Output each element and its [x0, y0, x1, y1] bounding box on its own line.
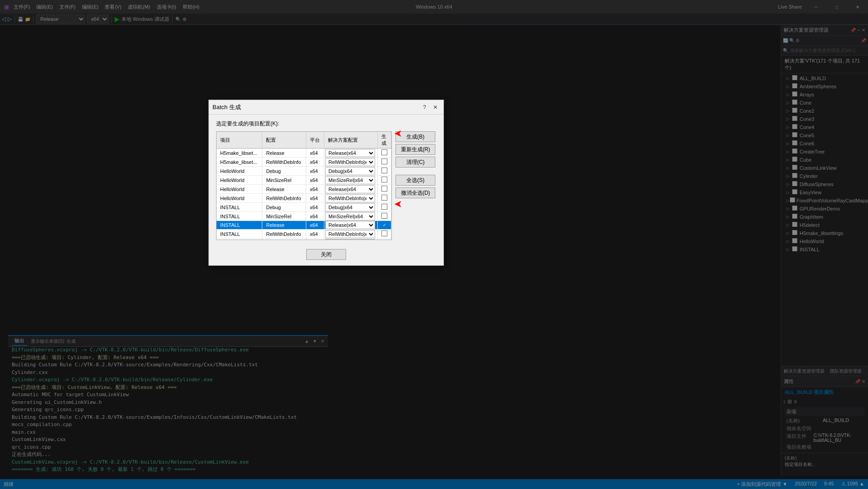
- dialog-subtitle: 选定要生成的项目配置(K):: [216, 120, 436, 128]
- cell-checkbox[interactable]: [378, 149, 391, 158]
- cell-platform: x64: [306, 176, 324, 185]
- build-checkbox[interactable]: [381, 168, 387, 173]
- table-row[interactable]: INSTALL RelWithDebInfo x64 RelWithDebInf…: [217, 230, 391, 239]
- build-checkbox[interactable]: [381, 195, 387, 201]
- cell-config: Release: [262, 221, 306, 230]
- table-row[interactable]: HelloWorld Debug x64 Debug|x64: [217, 167, 391, 176]
- cell-solution[interactable]: Debug|x64: [324, 203, 377, 212]
- cell-checkbox[interactable]: [378, 194, 391, 203]
- cell-config: MinSizeRel: [262, 212, 306, 221]
- cell-project: HelloWorld: [217, 194, 262, 203]
- cell-project: INSTALL: [217, 203, 262, 212]
- col-build: 生成: [378, 132, 391, 149]
- solution-config-select[interactable]: Debug|x64: [325, 239, 375, 240]
- cell-config: Debug: [262, 203, 306, 212]
- solution-config-select[interactable]: Debug|x64: [325, 203, 375, 211]
- cell-platform: x64: [306, 203, 324, 212]
- cell-solution[interactable]: Release|x64: [324, 185, 377, 194]
- cell-solution[interactable]: Debug|x64: [324, 167, 377, 176]
- solution-config-select[interactable]: RelWithDebInfo|x64: [325, 158, 375, 166]
- table-row[interactable]: HelloWorld MinSizeRel x64 MinSizeRel|x64: [217, 176, 391, 185]
- build-checkbox[interactable]: [381, 240, 387, 240]
- solution-config-select[interactable]: Debug|x64: [325, 167, 375, 175]
- cell-platform: x64: [306, 212, 324, 221]
- build-checkbox[interactable]: [381, 204, 387, 210]
- cell-config: Release: [262, 149, 306, 158]
- select-all-button[interactable]: 全选(S): [395, 175, 435, 186]
- cell-checkbox[interactable]: [378, 176, 391, 185]
- table-row[interactable]: LabeledMesh Debug x64 Debug|x64: [217, 239, 391, 240]
- table-row[interactable]: INSTALL MinSizeRel x64 MinSizeRel|x64: [217, 212, 391, 221]
- solution-config-select[interactable]: Release|x64: [325, 149, 375, 157]
- cell-checkbox[interactable]: [378, 203, 391, 212]
- cell-project: HelloWorld: [217, 185, 262, 194]
- cell-project: INSTALL: [217, 221, 262, 230]
- build-checkbox[interactable]: [381, 149, 387, 155]
- cell-solution[interactable]: RelWithDebInfo|x64: [324, 194, 377, 203]
- cell-project: HelloWorld: [217, 176, 262, 185]
- col-platform: 平台: [306, 132, 324, 149]
- table-row[interactable]: INSTALL Debug x64 Debug|x64: [217, 203, 391, 212]
- cell-config: Debug: [262, 167, 306, 176]
- cell-platform: x64: [306, 194, 324, 203]
- build-checkbox[interactable]: [381, 222, 387, 228]
- dialog-title: Batch 生成: [212, 103, 241, 111]
- dialog-body: 选定要生成的项目配置(K): 项目 配置 平台 解决方案配置 生成: [209, 115, 444, 245]
- solution-config-select[interactable]: RelWithDebInfo|x64: [325, 230, 375, 238]
- cell-project: INSTALL: [217, 212, 262, 221]
- close-dialog-button[interactable]: 关闭: [306, 249, 346, 260]
- red-arrow-build: ➤: [394, 128, 402, 139]
- build-checkbox[interactable]: [381, 177, 387, 182]
- cell-config: RelWithDebInfo: [262, 194, 306, 203]
- cell-config: Release: [262, 185, 306, 194]
- solution-config-select[interactable]: RelWithDebInfo|x64: [325, 194, 375, 202]
- table-row[interactable]: HelloWorld RelWithDebInfo x64 RelWithDeb…: [217, 194, 391, 203]
- cell-checkbox[interactable]: [378, 239, 391, 240]
- cell-checkbox[interactable]: [378, 185, 391, 194]
- solution-config-select[interactable]: MinSizeRel|x64: [325, 176, 375, 184]
- build-checkbox[interactable]: [381, 186, 387, 192]
- solution-config-select[interactable]: Release|x64: [325, 221, 375, 229]
- cell-platform: x64: [306, 167, 324, 176]
- cell-platform: x64: [306, 230, 324, 239]
- cell-checkbox[interactable]: [378, 158, 391, 167]
- cell-solution[interactable]: MinSizeRel|x64: [324, 212, 377, 221]
- table-row[interactable]: H5make_libset... RelWithDebInfo x64 RelW…: [217, 158, 391, 167]
- col-project: 项目: [217, 132, 262, 149]
- cell-checkbox[interactable]: [378, 221, 391, 230]
- table-row[interactable]: HelloWorld Release x64 Release|x64: [217, 185, 391, 194]
- cell-project: H5make_libset...: [217, 158, 262, 167]
- build-checkbox[interactable]: [381, 230, 387, 236]
- cell-solution[interactable]: Release|x64: [324, 149, 377, 158]
- build-checkbox[interactable]: [381, 158, 387, 164]
- dialog-content-area: 项目 配置 平台 解决方案配置 生成 H5make_libset... Rele…: [216, 131, 436, 240]
- cell-platform: x64: [306, 149, 324, 158]
- clean-button[interactable]: 清理(C): [395, 157, 435, 168]
- solution-config-select[interactable]: MinSizeRel|x64: [325, 212, 375, 221]
- project-table-container[interactable]: 项目 配置 平台 解决方案配置 生成 H5make_libset... Rele…: [216, 131, 392, 240]
- cell-solution[interactable]: MinSizeRel|x64: [324, 176, 377, 185]
- cell-checkbox[interactable]: [378, 230, 391, 239]
- cell-solution[interactable]: RelWithDebInfo|x64: [324, 158, 377, 167]
- cell-checkbox[interactable]: [378, 167, 391, 176]
- table-wrapper: 项目 配置 平台 解决方案配置 生成 H5make_libset... Rele…: [216, 131, 392, 240]
- table-row[interactable]: INSTALL Release x64 Release|x64: [217, 221, 391, 230]
- dialog-help[interactable]: ?: [420, 103, 429, 112]
- cell-solution[interactable]: RelWithDebInfo|x64: [324, 230, 377, 239]
- build-checkbox[interactable]: [381, 213, 387, 219]
- table-body: H5make_libset... Release x64 Release|x64…: [217, 149, 391, 240]
- col-config: 配置: [262, 132, 306, 149]
- solution-config-select[interactable]: Release|x64: [325, 185, 375, 193]
- cell-solution[interactable]: Debug|x64: [324, 239, 377, 240]
- table-row[interactable]: H5make_libset... Release x64 Release|x64: [217, 149, 391, 158]
- table-header-row: 项目 配置 平台 解决方案配置 生成: [217, 132, 391, 149]
- cell-solution[interactable]: Release|x64: [324, 221, 377, 230]
- batch-build-dialog: Batch 生成 ? ✕ 选定要生成的项目配置(K): 项目 配置: [208, 100, 444, 266]
- red-arrow-install: ➤: [394, 198, 402, 210]
- rebuild-button[interactable]: 重新生成(R): [395, 144, 435, 155]
- deselect-all-button[interactable]: 撤消全选(D): [395, 187, 435, 198]
- col-solution: 解决方案配置: [324, 132, 377, 149]
- dialog-close[interactable]: ✕: [431, 103, 440, 112]
- cell-checkbox[interactable]: [378, 212, 391, 221]
- cell-platform: x64: [306, 239, 324, 240]
